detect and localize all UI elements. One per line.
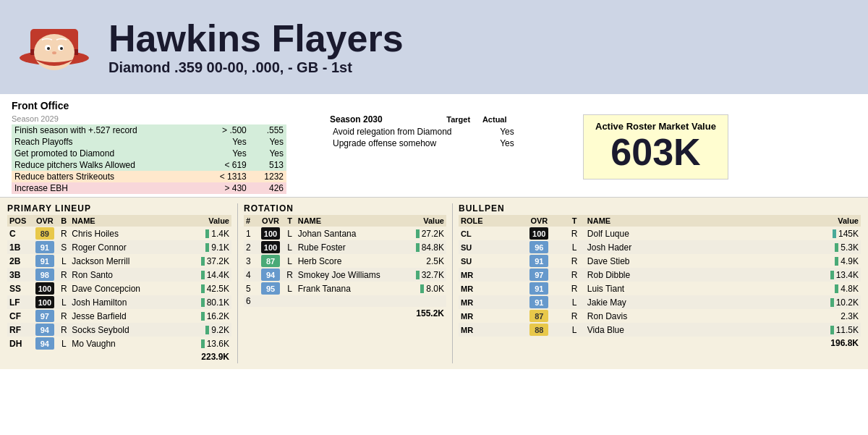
- lineup-row: 3B 98 R Ron Santo 14.4K: [7, 268, 231, 282]
- ovr-badge: 91: [529, 255, 548, 267]
- rot-name: Johan Santana: [296, 227, 396, 240]
- value-bar: [201, 284, 205, 293]
- bp-name: Rob Dibble: [585, 268, 769, 282]
- bp-value: 2.3K: [769, 309, 861, 323]
- header: Hawkins Flayers Diamond .359 00-00, .000…: [0, 0, 868, 94]
- ovr-badge: 97: [529, 269, 548, 281]
- goal-target: Yes: [201, 148, 249, 159]
- bp-value: 5.3K: [769, 240, 861, 254]
- rotation-row: 4 94 R Smokey Joe Williams 32.7K: [244, 268, 446, 282]
- goal-target: > .500: [201, 124, 249, 136]
- goal-desc: Increase EBH: [12, 182, 201, 194]
- rot-col-num: #: [244, 215, 258, 227]
- value-bar: [830, 298, 834, 307]
- bullpen-row: MR 91 R Luis Tiant 4.8K: [459, 282, 861, 295]
- goal-target: < 1313: [201, 171, 249, 182]
- player-hand: L: [58, 295, 69, 309]
- player-ovr: 94: [32, 337, 59, 350]
- ovr-badge: 91: [529, 282, 548, 295]
- season-2030-table: Avoid relegation from Diamond Yes Upgrad…: [330, 126, 561, 149]
- player-name: Ron Santo: [69, 268, 177, 282]
- value-bar: [205, 243, 209, 252]
- value-bar: [205, 229, 209, 238]
- player-value: 16.2K: [177, 309, 231, 323]
- lineup-total: 223.9K: [177, 350, 231, 363]
- goal-actual: 426: [250, 182, 286, 194]
- main-sections: PRIMARY LINEUP POS OVR B NAME Value C 89…: [0, 198, 868, 369]
- player-ovr: 94: [32, 323, 59, 337]
- rot-value: 2.5K: [396, 254, 446, 268]
- rot-ovr: 100: [258, 227, 284, 240]
- rot-ovr: 95: [258, 282, 284, 295]
- player-name: Roger Connor: [69, 240, 177, 254]
- bp-value: 4.9K: [769, 254, 861, 268]
- value-bar: [201, 298, 205, 307]
- player-name: Josh Hamilton: [69, 295, 177, 309]
- rot-ovr: [258, 295, 284, 307]
- col-pos: POS: [7, 215, 32, 227]
- bp-name: Vida Blue: [585, 323, 769, 337]
- market-value-title: Active Roster Market Value: [595, 121, 716, 132]
- lineup-row: 1B 91 S Roger Connor 9.1K: [7, 240, 231, 254]
- goal-actual-2030: [525, 138, 561, 149]
- bp-role: SU: [459, 254, 514, 268]
- player-pos: 1B: [7, 240, 32, 254]
- goal-actual: Yes: [250, 148, 286, 159]
- rotation-section: ROTATION # OVR T NAME Value 1 100 L Joha…: [244, 203, 446, 363]
- value-bar: [833, 229, 836, 238]
- rot-col-name: NAME: [296, 215, 396, 227]
- bp-hand: R: [563, 254, 585, 268]
- goal-row: Get promoted to Diamond Yes Yes: [12, 148, 286, 159]
- col-name: NAME: [69, 215, 177, 227]
- player-value: 9.1K: [177, 240, 231, 254]
- goal-row: Reduce pitchers Walks Allowed < 619 513: [12, 159, 286, 171]
- bullpen-section: BULLPEN ROLE OVR T NAME Value CL 100 R D…: [459, 203, 861, 363]
- rot-hand: L: [284, 282, 296, 295]
- bp-ovr: 100: [514, 227, 563, 240]
- player-hand: R: [58, 309, 69, 323]
- rot-hand: L: [284, 240, 296, 254]
- front-office-title: Front Office: [12, 100, 856, 111]
- bullpen-row: MR 97 R Rob Dibble 13.4K: [459, 268, 861, 282]
- bp-ovr: 91: [514, 254, 563, 268]
- player-value: 80.1K: [177, 295, 231, 309]
- rot-value: 32.7K: [396, 268, 446, 282]
- bp-role: SU: [459, 240, 514, 254]
- bullpen-row: MR 87 R Ron Davis 2.3K: [459, 309, 861, 323]
- bp-value: 4.8K: [769, 282, 861, 295]
- bullpen-row: MR 91 L Jakie May 10.2K: [459, 295, 861, 309]
- bp-role: MR: [459, 323, 514, 337]
- season-2029-label: Season 2029: [12, 114, 286, 123]
- lineup-table: POS OVR B NAME Value C 89 R Chris Hoiles…: [7, 215, 231, 363]
- player-hand: R: [58, 268, 69, 282]
- rot-hand: L: [284, 254, 296, 268]
- player-value: 1.4K: [177, 227, 231, 240]
- value-bar: [201, 271, 205, 279]
- bp-hand: L: [563, 323, 585, 337]
- value-bar: [205, 326, 209, 334]
- player-ovr: 98: [32, 268, 59, 282]
- player-hand: R: [58, 323, 69, 337]
- rot-value: 84.8K: [396, 240, 446, 254]
- team-info: Hawkins Flayers Diamond .359 00-00, .000…: [109, 18, 404, 76]
- rot-num: 5: [244, 282, 258, 295]
- player-name: Mo Vaughn: [69, 337, 177, 350]
- goal-row-2030: Upgrade offense somehow Yes: [330, 138, 561, 149]
- bullpen-title: BULLPEN: [459, 203, 861, 214]
- goal-actual: 513: [250, 159, 286, 171]
- ovr-badge: 97: [35, 310, 54, 322]
- lineup-row: SS 100 R Dave Concepcion 42.5K: [7, 282, 231, 295]
- player-pos: CF: [7, 309, 32, 323]
- ovr-badge: 100: [261, 241, 280, 253]
- rot-num: 2: [244, 240, 258, 254]
- bullpen-table: ROLE OVR T NAME Value CL 100 R Dolf Luqu…: [459, 215, 861, 350]
- player-pos: RF: [7, 323, 32, 337]
- bp-value: 13.4K: [769, 268, 861, 282]
- player-name: Jackson Merrill: [69, 254, 177, 268]
- player-value: 42.5K: [177, 282, 231, 295]
- goal-desc-2030: Upgrade offense somehow: [330, 138, 489, 149]
- rot-num: 3: [244, 254, 258, 268]
- player-hand: S: [58, 240, 69, 254]
- ovr-badge: 100: [35, 296, 54, 308]
- goal-desc: Reduce pitchers Walks Allowed: [12, 159, 201, 171]
